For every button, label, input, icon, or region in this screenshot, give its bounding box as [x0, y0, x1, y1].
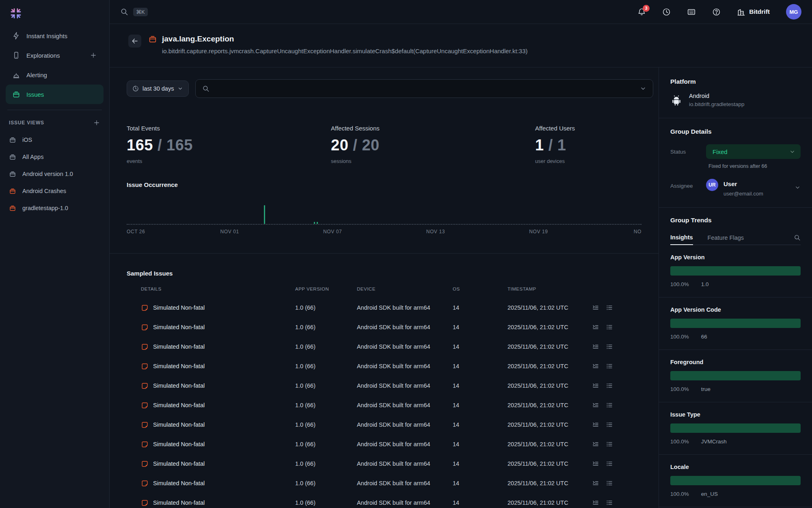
list-view-icon[interactable]: [606, 343, 613, 350]
help-icon[interactable]: [712, 8, 721, 16]
cell-details: Simulated Non-fatal: [141, 304, 295, 312]
list-view-icon[interactable]: [606, 323, 613, 331]
issue-view-item[interactable]: All Apps: [0, 148, 109, 165]
sidebar: Instant Insights Explorations Alerting I…: [0, 0, 110, 508]
table-row[interactable]: Simulated Non-fatal 1.0 (66) Android SDK…: [127, 415, 659, 434]
view-logs-icon[interactable]: [592, 441, 599, 448]
row-actions: [592, 460, 659, 467]
tab-feature-flags[interactable]: Feature Flags: [708, 230, 744, 245]
list-view-icon[interactable]: [606, 421, 613, 428]
view-logs-icon[interactable]: [592, 460, 599, 467]
trend-distribution-bar[interactable]: [670, 266, 801, 276]
list-view-icon[interactable]: [606, 363, 613, 370]
trend-value: en_US: [701, 491, 718, 497]
cell-app-version: 1.0 (66): [295, 441, 357, 447]
org-switcher[interactable]: Bitdrift: [737, 8, 770, 16]
notification-count-badge: 3: [643, 5, 650, 12]
sidebar-item-explorations[interactable]: Explorations: [6, 46, 104, 65]
assignee-select[interactable]: UR User user@email.com: [706, 179, 795, 197]
sidebar-item-label: Instant Insights: [26, 33, 67, 39]
section-divider: [110, 253, 659, 254]
sidebar-item-issues[interactable]: Issues: [6, 85, 104, 104]
trend-value: JVMCrash: [701, 439, 727, 445]
table-row[interactable]: Simulated Non-fatal 1.0 (66) Android SDK…: [127, 376, 659, 395]
trend-percent: 100.0%: [670, 491, 689, 497]
list-view-icon[interactable]: [606, 480, 613, 487]
view-logs-icon[interactable]: [592, 421, 599, 428]
cell-app-version: 1.0 (66): [295, 363, 357, 369]
chevron-down-icon[interactable]: [640, 85, 646, 92]
trend-distribution-bar[interactable]: [670, 476, 801, 485]
list-view-icon[interactable]: [606, 441, 613, 448]
issue-details-label: Simulated Non-fatal: [153, 421, 205, 428]
trend-distribution-bar[interactable]: [670, 319, 801, 328]
back-button[interactable]: [128, 35, 141, 48]
keyboard-shortcuts-icon[interactable]: [687, 7, 696, 16]
view-logs-icon[interactable]: [592, 323, 599, 331]
column-header-app-version: APP VERSION: [295, 287, 357, 291]
view-logs-icon[interactable]: [592, 363, 599, 370]
issue-view-item[interactable]: Android Crashes: [0, 182, 109, 200]
notifications-bell-icon[interactable]: 3: [637, 8, 646, 16]
issue-view-item[interactable]: iOS: [0, 131, 109, 148]
sidebar-item-instant-insights[interactable]: Instant Insights: [6, 26, 104, 46]
column-header-os: OS: [453, 287, 508, 291]
issue-view-item[interactable]: gradletestapp-1.0: [0, 200, 109, 217]
view-logs-icon[interactable]: [592, 480, 599, 487]
global-search[interactable]: ⌘K: [120, 8, 148, 16]
alarm-icon: [12, 71, 20, 79]
column-header-device: DEVICE: [357, 287, 453, 291]
add-issue-view-icon[interactable]: [93, 119, 100, 126]
list-view-icon[interactable]: [606, 460, 613, 467]
view-logs-icon[interactable]: [592, 402, 599, 409]
view-logs-icon[interactable]: [592, 499, 599, 506]
table-row[interactable]: Simulated Non-fatal 1.0 (66) Android SDK…: [127, 337, 659, 356]
status-select[interactable]: Fixed: [706, 144, 801, 159]
table-row[interactable]: Simulated Non-fatal 1.0 (66) Android SDK…: [127, 317, 659, 337]
list-view-icon[interactable]: [606, 382, 613, 389]
table-row[interactable]: Simulated Non-fatal 1.0 (66) Android SDK…: [127, 356, 659, 376]
add-exploration-icon[interactable]: [90, 52, 97, 59]
view-logs-icon[interactable]: [592, 304, 599, 311]
cell-app-version: 1.0 (66): [295, 460, 357, 467]
table-row[interactable]: Simulated Non-fatal 1.0 (66) Android SDK…: [127, 473, 659, 493]
cell-app-version: 1.0 (66): [295, 324, 357, 330]
trend-item: App Version Code 100.0% 66: [659, 297, 812, 350]
sidebar-item-alerting[interactable]: Alerting: [6, 65, 104, 85]
view-logs-icon[interactable]: [592, 343, 599, 350]
table-row[interactable]: Simulated Non-fatal 1.0 (66) Android SDK…: [127, 434, 659, 454]
issues-filter-input[interactable]: [214, 85, 636, 92]
view-logs-icon[interactable]: [592, 382, 599, 389]
chart-title: Issue Occurrence: [127, 181, 659, 188]
user-avatar[interactable]: MG: [786, 4, 801, 20]
table-row[interactable]: Simulated Non-fatal 1.0 (66) Android SDK…: [127, 454, 659, 473]
time-range-selector[interactable]: last 30 days: [127, 80, 189, 97]
issues-box-icon: [9, 170, 16, 178]
platform-section: Platform Android io.bitdrift.gradletesta…: [659, 67, 812, 118]
sidebar-item-label: Alerting: [26, 72, 47, 78]
list-view-icon[interactable]: [606, 499, 613, 506]
trend-distribution-bar[interactable]: [670, 423, 801, 433]
crash-report-icon: [141, 499, 149, 507]
trend-item: Issue Type 100.0% JVMCrash: [659, 402, 812, 454]
status-note: Fixed for versions after 66: [708, 163, 801, 169]
list-view-icon[interactable]: [606, 402, 613, 409]
column-header-details: DETAILS: [141, 287, 295, 291]
table-row[interactable]: Simulated Non-fatal 1.0 (66) Android SDK…: [127, 493, 659, 508]
tab-insights[interactable]: Insights: [670, 230, 693, 245]
trend-distribution-bar[interactable]: [670, 371, 801, 380]
cell-device: Android SDK built for arm64: [357, 324, 453, 330]
list-view-icon[interactable]: [606, 304, 613, 311]
issue-details-label: Simulated Non-fatal: [153, 304, 205, 311]
bitdrift-logo-icon[interactable]: [8, 6, 24, 21]
issue-view-item[interactable]: Android version 1.0: [0, 165, 109, 182]
cell-device: Android SDK built for arm64: [357, 402, 453, 408]
search-icon[interactable]: [794, 234, 801, 241]
cell-os: 14: [453, 499, 508, 506]
filter-bar: last 30 days: [127, 79, 659, 98]
history-clock-icon[interactable]: [662, 8, 671, 16]
search-shortcut-badge: ⌘K: [133, 8, 148, 16]
table-row[interactable]: Simulated Non-fatal 1.0 (66) Android SDK…: [127, 395, 659, 415]
table-row[interactable]: Simulated Non-fatal 1.0 (66) Android SDK…: [127, 298, 659, 317]
trend-item: Foreground 100.0% true: [659, 350, 812, 402]
